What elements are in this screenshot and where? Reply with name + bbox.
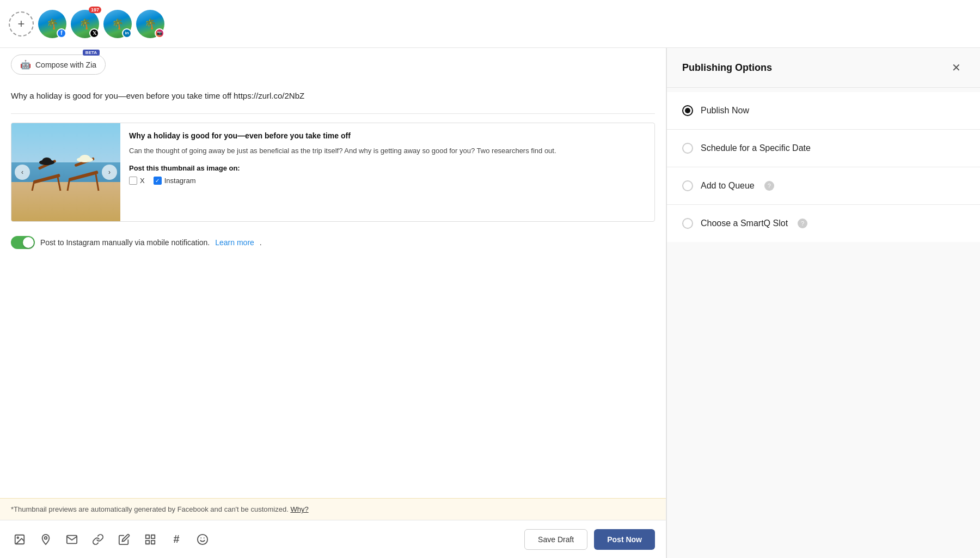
- svg-point-19: [198, 534, 207, 544]
- hashtag-icon[interactable]: #: [168, 531, 185, 548]
- compose-btn-label: Compose with Zia: [35, 60, 96, 69]
- account-fb[interactable]: 🌴 f: [38, 10, 66, 38]
- svg-point-13: [17, 537, 19, 538]
- grid-svg: [144, 533, 156, 545]
- radio-add-queue: [682, 180, 693, 191]
- thumbnail-notice-text: *Thumbnail previews are automatically ge…: [11, 505, 289, 513]
- svg-rect-0: [33, 173, 60, 184]
- grid-icon[interactable]: [142, 531, 159, 548]
- thumbnail-notice: *Thumbnail previews are automatically ge…: [0, 498, 666, 520]
- instagram-thumbnail-option[interactable]: ✓ Instagram: [154, 177, 196, 185]
- option-smartq[interactable]: Choose a SmartQ Slot ?: [667, 205, 980, 242]
- image-svg: [14, 533, 26, 545]
- why-link[interactable]: Why?: [290, 505, 308, 513]
- option-schedule[interactable]: Schedule for a Specific Date: [667, 130, 980, 167]
- svg-point-14: [45, 536, 47, 539]
- svg-line-9: [96, 174, 99, 191]
- bottom-toolbar: # Save Draft Post Now: [0, 520, 666, 558]
- svg-point-5: [42, 157, 52, 165]
- fb-badge: f: [57, 28, 66, 38]
- edit-icon[interactable]: [115, 531, 133, 548]
- svg-rect-18: [146, 540, 149, 543]
- svg-rect-15: [146, 535, 149, 538]
- svg-rect-16: [151, 535, 155, 538]
- panel-header: Publishing Options ✕: [667, 48, 980, 88]
- x-thumbnail-option[interactable]: X: [129, 177, 145, 185]
- account-ig[interactable]: 🌴 📷: [136, 10, 164, 38]
- message-icon[interactable]: [63, 531, 81, 548]
- save-draft-button[interactable]: Save Draft: [524, 529, 587, 550]
- notification-count: 197: [89, 7, 101, 13]
- zia-icon: 🤖: [20, 59, 31, 70]
- preview-description: Can the thought of going away be just as…: [129, 145, 646, 156]
- panel-title: Publishing Options: [682, 62, 772, 74]
- post-text[interactable]: Why a holiday is good for you—even befor…: [11, 90, 655, 102]
- left-panel: BETA 🤖 Compose with Zia Why a holiday is…: [0, 48, 666, 558]
- beach-chairs-svg: [28, 147, 104, 202]
- toolbar-actions: Save Draft Post Now: [524, 529, 655, 550]
- option-publish-now[interactable]: Publish Now: [667, 92, 980, 130]
- compose-with-zia-button[interactable]: BETA 🤖 Compose with Zia: [11, 54, 106, 75]
- post-now-button[interactable]: Post Now: [594, 529, 655, 550]
- account-li[interactable]: 🌴 in: [103, 10, 132, 38]
- li-badge: in: [122, 28, 132, 38]
- prev-image-button[interactable]: ‹: [15, 165, 30, 180]
- ig-badge: 📷: [155, 28, 164, 38]
- image-icon[interactable]: [11, 531, 28, 548]
- thumbnail-label: Post this thumbnail as image on:: [129, 164, 646, 172]
- add-queue-help-icon[interactable]: ?: [764, 181, 774, 191]
- main-layout: BETA 🤖 Compose with Zia Why a holiday is…: [0, 48, 980, 558]
- radio-smartq: [682, 218, 693, 229]
- svg-rect-17: [151, 540, 155, 543]
- divider: [11, 113, 655, 114]
- add-account-button[interactable]: +: [9, 11, 34, 37]
- svg-line-2: [32, 181, 34, 191]
- svg-rect-6: [69, 170, 99, 181]
- preview-image: ‹ ›: [11, 123, 120, 221]
- svg-point-11: [79, 155, 90, 162]
- edit-svg: [118, 533, 130, 545]
- x-badge: 𝕏: [89, 28, 99, 38]
- option-add-queue[interactable]: Add to Queue ?: [667, 167, 980, 205]
- content-area: Why a holiday is good for you—even befor…: [0, 81, 666, 498]
- toggle-knob: [23, 237, 34, 248]
- option-label-schedule: Schedule for a Specific Date: [701, 143, 811, 153]
- option-label-publish-now: Publish Now: [701, 106, 749, 116]
- location-svg: [40, 533, 52, 545]
- preview-card: ‹ › Why a holiday is good for you—even b…: [11, 123, 655, 222]
- preview-content: Why a holiday is good for you—even befor…: [120, 123, 654, 221]
- location-icon[interactable]: [37, 531, 54, 548]
- emoji-icon[interactable]: [194, 531, 211, 548]
- x-label: X: [140, 177, 145, 185]
- instagram-toggle-row: Post to Instagram manually via mobile no…: [11, 231, 655, 254]
- panel-content: Publish Now Schedule for a Specific Date…: [667, 88, 980, 558]
- toolbar-icons: #: [11, 531, 211, 548]
- instagram-label: Instagram: [164, 177, 196, 185]
- account-x[interactable]: 🌴 𝕏 197: [71, 10, 99, 38]
- instagram-checkbox[interactable]: ✓: [154, 177, 162, 185]
- thumbnail-options: X ✓ Instagram: [129, 177, 646, 185]
- compose-bar: BETA 🤖 Compose with Zia: [0, 48, 666, 81]
- learn-more-link[interactable]: Learn more: [215, 238, 254, 247]
- svg-line-3: [58, 177, 60, 191]
- option-label-add-queue: Add to Queue: [701, 181, 755, 191]
- radio-dot-publish-now: [685, 108, 690, 113]
- link-suffix: .: [260, 238, 262, 247]
- close-panel-button[interactable]: ✕: [947, 59, 965, 76]
- radio-schedule: [682, 143, 693, 154]
- instagram-toggle[interactable]: [11, 236, 35, 249]
- top-bar: + 🌴 f 🌴 𝕏 197 🌴 in 🌴 📷: [0, 0, 980, 48]
- next-image-button[interactable]: ›: [102, 165, 117, 180]
- x-checkbox[interactable]: [129, 177, 137, 185]
- smartq-help-icon[interactable]: ?: [798, 219, 807, 228]
- link-icon[interactable]: [89, 531, 107, 548]
- radio-publish-now: [682, 105, 693, 116]
- svg-line-8: [68, 178, 70, 191]
- right-panel: Publishing Options ✕ Publish Now Schedul…: [666, 48, 980, 558]
- option-label-smartq: Choose a SmartQ Slot: [701, 219, 788, 228]
- message-svg: [66, 533, 78, 545]
- instagram-toggle-text: Post to Instagram manually via mobile no…: [40, 238, 210, 247]
- link-svg: [92, 533, 104, 545]
- beta-badge: BETA: [83, 50, 100, 56]
- preview-title: Why a holiday is good for you—even befor…: [129, 131, 646, 142]
